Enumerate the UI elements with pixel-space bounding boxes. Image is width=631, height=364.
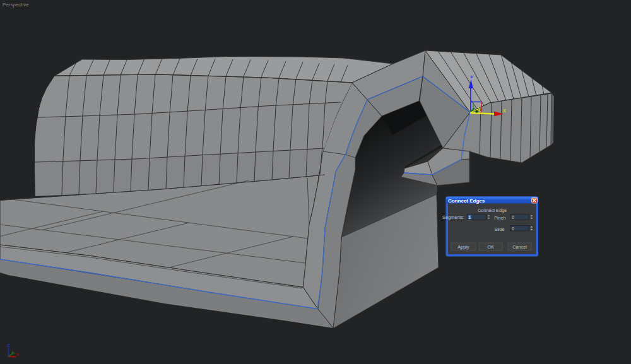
svg-text:x: x (503, 107, 506, 114)
svg-text:Cancel: Cancel (512, 244, 527, 250)
svg-text:z: z (471, 74, 473, 79)
svg-text:Segments:: Segments: (442, 214, 464, 220)
svg-text:Pinch: Pinch (494, 215, 505, 221)
svg-text:Z: Z (7, 343, 10, 348)
svg-text:Apply: Apply (457, 244, 469, 250)
svg-text:Connect Edges: Connect Edges (448, 198, 485, 204)
svg-text:0: 0 (512, 214, 514, 220)
svg-text:OK: OK (487, 244, 494, 250)
svg-text:0: 0 (512, 226, 514, 232)
svg-text:y: y (478, 105, 481, 111)
svg-text:Connect Edge: Connect Edge (478, 208, 507, 213)
svg-text:Perspective: Perspective (3, 2, 29, 8)
svg-text:1: 1 (468, 214, 471, 220)
svg-text:Slide: Slide (494, 226, 504, 232)
